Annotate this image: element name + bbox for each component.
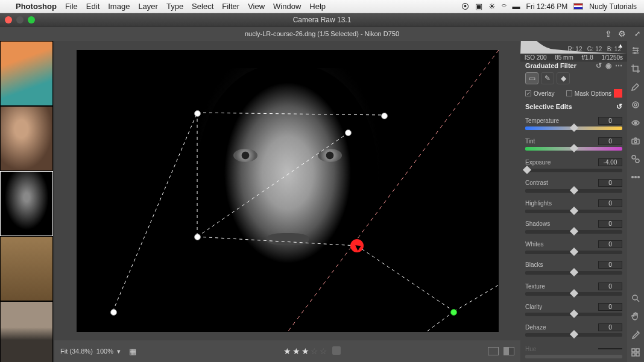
star-icon[interactable]: ☆ <box>320 346 327 356</box>
panel-menu-icon[interactable]: ⋯ <box>615 61 622 70</box>
slider-dehaze[interactable]: Dehaze0 <box>520 320 627 340</box>
grid-toggle-icon[interactable]: ▦ <box>129 347 136 356</box>
thumbnail-1[interactable] <box>0 41 53 106</box>
reset-icon[interactable]: ↺ <box>596 61 602 70</box>
zoom-fit-label[interactable]: Fit (34.8%) <box>60 348 93 355</box>
graduated-pin[interactable] <box>194 110 201 117</box>
rating-stars[interactable]: ★ ★ ★ ☆ ☆ <box>283 346 341 356</box>
graduated-pin[interactable] <box>110 309 117 316</box>
filename-label: nucly-LR-course-26.dng (1/5 Selected) - … <box>245 30 399 37</box>
overlay-checkbox[interactable]: ✓ <box>525 90 531 96</box>
menu-window[interactable]: Window <box>273 2 301 11</box>
graduated-pin[interactable] <box>194 234 201 240</box>
menu-file[interactable]: File <box>65 2 78 11</box>
edit-sliders-icon[interactable] <box>630 45 642 57</box>
graduated-tool-icon[interactable]: ▭ <box>525 72 538 84</box>
close-window-icon[interactable] <box>5 16 12 23</box>
slider-contrast[interactable]: Contrast0 <box>520 176 627 196</box>
menu-help[interactable]: Help <box>309 2 326 11</box>
panel-title: Graduated Filter <box>525 62 576 69</box>
slider-clarity[interactable]: Clarity0 <box>520 299 627 320</box>
slider-blacks[interactable]: Blacks0 <box>520 258 627 278</box>
view-single-icon[interactable] <box>488 347 499 355</box>
snapshot-icon[interactable] <box>630 135 642 147</box>
flag-icon[interactable] <box>573 3 583 10</box>
menu-layer[interactable]: Layer <box>138 2 158 11</box>
maskoptions-checkbox[interactable] <box>566 90 572 96</box>
clear-rating-icon[interactable] <box>332 346 341 355</box>
view-compare-icon[interactable] <box>504 347 514 355</box>
svg-rect-21 <box>636 349 639 352</box>
presets-icon[interactable] <box>630 153 642 165</box>
hand-icon[interactable] <box>630 310 642 322</box>
menubar-time[interactable]: Fri 12:46 PM <box>526 2 568 11</box>
selective-reset-icon[interactable]: ↺ <box>616 102 622 111</box>
slider-highlights[interactable]: Highlights0 <box>520 196 627 217</box>
menu-view[interactable]: View <box>248 2 265 11</box>
macos-menubar: Photoshop File Edit Image Layer Type Sel… <box>0 0 644 13</box>
cloud-icon[interactable]: ☀ <box>488 2 496 11</box>
menu-select[interactable]: Select <box>192 2 213 11</box>
mask-color-swatch[interactable] <box>614 89 622 98</box>
svg-rect-12 <box>632 139 639 144</box>
zoom-dropdown-icon[interactable]: ▾ <box>117 348 121 355</box>
local-adjust-icon[interactable] <box>630 99 642 111</box>
star-icon[interactable]: ★ <box>292 346 300 356</box>
document-header: nucly-LR-course-26.dng (1/5 Selected) - … <box>0 27 644 41</box>
zoom-100-label[interactable]: 100% <box>96 348 113 355</box>
settings-gear-icon[interactable]: ⚙ <box>618 29 626 39</box>
canvas-area[interactable] <box>54 41 520 340</box>
menu-filter[interactable]: Filter <box>222 2 239 11</box>
slider-shadows[interactable]: Shadows0 <box>520 217 627 237</box>
menu-type[interactable]: Type <box>166 2 183 11</box>
zoom-icon[interactable] <box>630 292 642 304</box>
graduated-pin[interactable] <box>381 113 388 119</box>
histogram[interactable]: ▲ ▲ R: 12 G: 12 B: 12 <box>520 41 627 54</box>
heal-icon[interactable] <box>630 81 642 93</box>
brush-tool-icon[interactable]: ✎ <box>541 72 554 84</box>
wifi-icon[interactable]: ⌔ <box>502 2 507 11</box>
thumbnail-4[interactable] <box>0 236 53 301</box>
grid-view-icon[interactable] <box>630 346 642 358</box>
slider-temperature[interactable]: Temperature0 <box>520 113 627 134</box>
battery-icon[interactable]: ▬ <box>513 2 520 11</box>
slider-texture[interactable]: Texture0 <box>520 279 627 299</box>
selective-edits-label: Selective Edits <box>525 103 572 110</box>
screenrec-icon[interactable]: ⦿ <box>461 2 469 11</box>
graduated-pin[interactable] <box>345 130 352 136</box>
menu-edit[interactable]: Edit <box>86 2 99 11</box>
slider-whites[interactable]: Whites0 <box>520 237 627 258</box>
menu-image[interactable]: Image <box>108 2 130 11</box>
svg-point-13 <box>634 140 637 143</box>
filmstrip <box>0 41 54 362</box>
share-icon[interactable]: ⇪ <box>605 29 612 39</box>
slider-exposure[interactable]: Exposure-4.00 <box>520 155 627 176</box>
window-title: Camera Raw 13.1 <box>293 16 352 24</box>
cc-icon[interactable]: ▣ <box>475 2 482 11</box>
exif-shutter: 1/1250s <box>602 54 623 61</box>
more-icon[interactable] <box>630 171 642 183</box>
image-canvas[interactable] <box>77 50 499 332</box>
maximize-window-icon[interactable] <box>28 16 35 23</box>
svg-line-6 <box>454 285 499 311</box>
preview-eye-icon[interactable]: ◉ <box>605 61 611 70</box>
redeye-icon[interactable] <box>630 117 642 129</box>
exif-focal: 85 mm <box>555 54 573 61</box>
star-icon[interactable]: ★ <box>301 346 309 356</box>
menubar-user[interactable]: Nucly Tutorials <box>589 2 637 11</box>
eraser-tool-icon[interactable]: ◆ <box>557 72 570 84</box>
thumbnail-3-selected[interactable] <box>0 171 53 236</box>
star-icon[interactable]: ★ <box>283 346 291 356</box>
slider-tint[interactable]: Tint0 <box>520 134 627 154</box>
minimize-window-icon[interactable] <box>16 16 24 23</box>
fullscreen-icon[interactable]: ⤢ <box>634 30 640 38</box>
svg-point-16 <box>632 176 634 178</box>
star-icon[interactable]: ☆ <box>311 346 318 356</box>
crop-icon[interactable] <box>630 63 642 75</box>
app-name[interactable]: Photoshop <box>16 2 57 11</box>
svg-rect-20 <box>632 349 635 352</box>
color-sampler-icon[interactable] <box>630 328 642 340</box>
thumbnail-5[interactable] <box>0 301 53 362</box>
graduated-pin-active[interactable] <box>450 309 457 316</box>
thumbnail-2[interactable] <box>0 106 53 171</box>
